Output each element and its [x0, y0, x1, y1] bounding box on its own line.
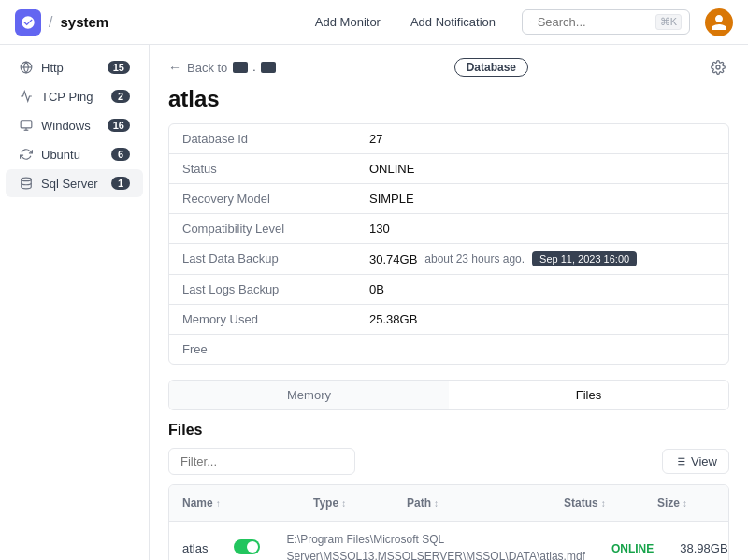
sort-icon-status: ↕: [601, 498, 606, 509]
header: / system Add Monitor Add Notification ⌘K: [0, 0, 748, 45]
table-header: Name ↑ Type ↕ Path ↕ Status ↕: [169, 485, 728, 522]
back-link[interactable]: ← Back to .: [168, 60, 276, 75]
row1-name: atlas: [169, 532, 221, 561]
col-header-name[interactable]: Name ↑: [169, 493, 300, 513]
add-notification-button[interactable]: Add Notification: [399, 10, 507, 34]
search-input[interactable]: [538, 15, 650, 29]
view-button[interactable]: View: [662, 449, 729, 474]
filter-input[interactable]: [168, 448, 355, 475]
info-table: Database Id 27 Status ONLINE Recovery Mo…: [168, 123, 729, 365]
sidebar-label-ubuntu: Ubuntu: [41, 148, 80, 162]
label-free: Free: [169, 335, 356, 364]
sidebar-item-ubuntu[interactable]: Ubuntu 6: [6, 140, 143, 168]
sidebar-badge-sql: 1: [111, 177, 130, 190]
label-recovery: Recovery Model: [169, 184, 356, 213]
globe-icon: [19, 60, 34, 75]
info-row-data-backup: Last Data Backup 30.74GB about 23 hours …: [169, 244, 728, 275]
value-compat: 130: [356, 214, 403, 243]
breadcrumb-box-1: [233, 62, 248, 73]
tab-files[interactable]: Files: [449, 381, 728, 409]
row1-path: E:\Program Files\Microsoft SQL Server\MS…: [273, 522, 597, 560]
logo-area: / system: [15, 9, 108, 36]
svg-point-6: [716, 65, 720, 69]
sidebar-item-http[interactable]: Http 15: [6, 53, 143, 81]
view-btn-label: View: [691, 454, 717, 468]
database-icon: [19, 176, 34, 191]
logo-slash: /: [49, 14, 52, 31]
sort-icon-name: ↑: [216, 498, 221, 509]
info-row-recovery: Recovery Model SIMPLE: [169, 184, 728, 214]
label-compat: Compatibility Level: [169, 214, 356, 243]
signal-icon: [19, 89, 34, 104]
backup-time: about 23 hours ago.: [424, 252, 525, 266]
database-badge: Database: [454, 58, 528, 77]
info-row-free: Free: [169, 335, 728, 364]
info-row-status: Status ONLINE: [169, 154, 728, 184]
info-row-db-id: Database Id 27: [169, 124, 728, 154]
back-text: Back to: [187, 61, 227, 75]
sidebar-item-windows[interactable]: Windows 16: [6, 111, 143, 139]
value-data-backup: 30.74GB about 23 hours ago. Sep 11, 2023…: [356, 244, 650, 274]
info-row-memory: Memory Used 25.38GB: [169, 305, 728, 335]
info-row-logs-backup: Last Logs Backup 0B: [169, 275, 728, 305]
label-memory: Memory Used: [169, 305, 356, 334]
main-content: ← Back to . Database atlas Database Id 2…: [150, 45, 748, 560]
view-icon: [674, 455, 686, 467]
sidebar-badge-http: 15: [108, 61, 130, 74]
row1-status: ONLINE: [598, 532, 667, 561]
sort-icon-size: ↕: [683, 498, 687, 509]
breadcrumb-box-2: [261, 62, 276, 73]
settings-icon[interactable]: [707, 56, 729, 79]
sidebar-badge-ubuntu: 6: [111, 148, 130, 161]
value-recovery: SIMPLE: [356, 184, 427, 213]
value-database-id: 27: [356, 124, 396, 153]
sidebar-item-sql-server[interactable]: Sql Server 1: [6, 169, 143, 197]
info-row-compat: Compatibility Level 130: [169, 214, 728, 244]
col-header-status[interactable]: Status ↕: [551, 493, 644, 513]
search-kbd: ⌘K: [655, 14, 682, 30]
backup-size: 30.74GB: [369, 252, 417, 266]
search-box: ⌘K: [522, 9, 690, 35]
svg-point-5: [22, 178, 32, 181]
sidebar-label-sql: Sql Server: [41, 177, 98, 191]
sidebar-item-tcp-ping[interactable]: TCP Ping 2: [6, 82, 143, 110]
refresh-icon: [19, 147, 34, 162]
label-data-backup: Last Data Backup: [169, 244, 356, 274]
tab-memory[interactable]: Memory: [169, 381, 449, 409]
sort-icon-type: ↕: [341, 498, 346, 509]
row1-type: [221, 530, 273, 561]
sidebar-badge-windows: 16: [108, 119, 130, 132]
tabs: Memory Files: [168, 380, 729, 410]
files-toolbar: View: [168, 448, 729, 475]
value-memory: 25.38GB: [356, 305, 430, 334]
label-database-id: Database Id: [169, 124, 356, 153]
sidebar-badge-tcp: 2: [111, 90, 130, 103]
files-section: Files View Name ↑ Type ↕: [150, 410, 748, 560]
app-title: system: [60, 14, 108, 30]
sort-icon-path: ↕: [434, 498, 439, 509]
logo-icon: [15, 9, 41, 36]
row1-toggle[interactable]: [234, 539, 260, 554]
svg-rect-2: [21, 121, 32, 128]
header-nav: Add Monitor Add Notification: [304, 10, 507, 34]
add-monitor-button[interactable]: Add Monitor: [304, 10, 392, 34]
sidebar-label-tcp: TCP Ping: [41, 90, 93, 104]
avatar[interactable]: [705, 8, 733, 36]
files-title: Files: [168, 422, 729, 438]
col-header-path[interactable]: Path ↕: [394, 493, 551, 513]
sidebar: Http 15 TCP Ping 2 Windows 16: [0, 45, 150, 560]
sidebar-label-http: Http: [41, 61, 64, 75]
value-status: ONLINE: [356, 154, 427, 183]
sidebar-label-windows: Windows: [41, 119, 91, 133]
table-row: atlas E:\Program Files\Microsoft SQL Ser…: [169, 522, 728, 560]
breadcrumb: .: [233, 61, 275, 74]
col-header-size[interactable]: Size ↕: [644, 493, 728, 513]
back-arrow-icon: ←: [168, 60, 181, 75]
col-header-type[interactable]: Type ↕: [300, 493, 394, 513]
label-logs-backup: Last Logs Backup: [169, 275, 356, 304]
page-title: atlas: [150, 86, 748, 123]
backup-date-badge: Sep 11, 2023 16:00: [532, 251, 637, 266]
row1-size: 38.98GB: [667, 532, 729, 561]
search-icon: [530, 16, 532, 28]
value-free: [356, 335, 382, 364]
